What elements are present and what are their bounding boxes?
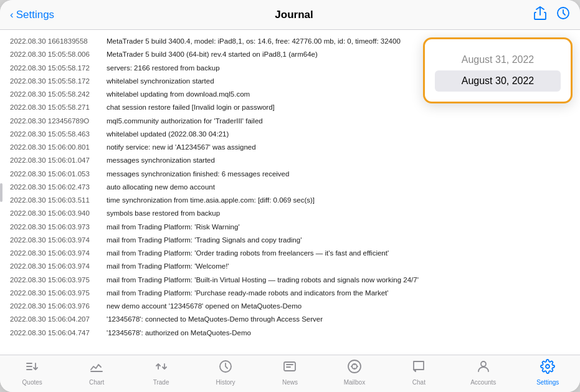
- journal-message: whitelabel updated (2022.08.30 04:21): [107, 129, 570, 140]
- journal-row: 2022.08.30 15:06:03.940symbols base rest…: [0, 207, 580, 220]
- history-icon: [218, 359, 233, 378]
- journal-row: 2022.08.30 15:06:03.975mail from Trading…: [0, 287, 580, 300]
- tab-news[interactable]: News: [271, 359, 308, 386]
- tab-chat-label: Chat: [412, 379, 425, 386]
- journal-message: notify service: new id 'A1234567' was as…: [107, 142, 570, 153]
- tab-history-label: History: [216, 379, 235, 386]
- journal-timestamp: 2022.08.30 15:06:03.511: [10, 195, 107, 206]
- back-label: Settings: [16, 9, 54, 21]
- journal-row: 2022.08.30 15:05:58.463whitelabel update…: [0, 128, 580, 141]
- journal-row: 2022.08.30 15:06:03.975mail from Trading…: [0, 274, 580, 287]
- tab-bar: Quotes Chart Trade: [0, 355, 580, 392]
- trade-icon: [154, 359, 169, 378]
- svg-point-5: [546, 365, 549, 368]
- journal-timestamp: 2022.08.30 15:06:02.473: [10, 182, 107, 193]
- journal-message: messages synchronization finished: 6 mes…: [107, 169, 570, 179]
- journal-message: auto allocating new demo account: [107, 182, 570, 193]
- journal-message: mql5.community authorization for 'Trader…: [107, 116, 570, 127]
- journal-message: new demo account '12345678' opened on Me…: [107, 301, 570, 312]
- journal-timestamp: 2022.08.30 15:05:58.006: [10, 49, 107, 60]
- journal-message: '12345678': authorized on MetaQuotes-Dem…: [107, 328, 570, 338]
- journal-timestamp: 2022.08.30 15:05:58.172: [10, 76, 107, 87]
- settings-icon: [540, 359, 555, 378]
- chevron-left-icon: ‹: [10, 9, 14, 21]
- tab-quotes[interactable]: Quotes: [14, 359, 51, 386]
- journal-message: mail from Trading Platform: 'Trading Sig…: [107, 235, 570, 246]
- header: ‹ Settings Journal: [0, 0, 580, 30]
- journal-timestamp: 2022.08.30 15:06:03.940: [10, 208, 107, 219]
- journal-timestamp: 2022.08.30 15:06:03.975: [10, 275, 107, 285]
- journal-row: 2022.08.30 15:06:03.974mail from Trading…: [0, 260, 580, 273]
- svg-rect-2: [284, 362, 295, 371]
- mailbox-icon: [347, 359, 362, 378]
- share-icon[interactable]: [534, 6, 546, 23]
- journal-row: 2022.08.30 123456789Omql5.community auth…: [0, 115, 580, 128]
- journal-timestamp: 2022.08.30 15:05:58.463: [10, 129, 107, 140]
- tab-settings[interactable]: Settings: [529, 359, 566, 386]
- journal-timestamp: 2022.08.30 1661839558: [10, 36, 107, 47]
- header-actions: [534, 6, 570, 23]
- journal-timestamp: 2022.08.30 15:06:03.974: [10, 235, 107, 246]
- journal-timestamp: 2022.08.30 15:06:01.047: [10, 155, 107, 166]
- journal-timestamp: 2022.08.30 15:05:58.172: [10, 63, 107, 74]
- journal-timestamp: 2022.08.30 15:06:03.973: [10, 222, 107, 232]
- date-picker-overlay: August 31, 2022 August 30, 2022: [423, 37, 573, 103]
- journal-row: 2022.08.30 15:06:01.053messages synchron…: [0, 168, 580, 181]
- back-button[interactable]: ‹ Settings: [10, 9, 54, 21]
- tab-chat[interactable]: Chat: [400, 359, 437, 386]
- journal-timestamp: 2022.08.30 15:06:00.801: [10, 142, 107, 153]
- tab-chart-label: Chart: [89, 379, 104, 386]
- journal-timestamp: 2022.08.30 15:06:01.053: [10, 169, 107, 179]
- journal-row: 2022.08.30 15:06:00.801notify service: n…: [0, 141, 580, 154]
- date-option-aug30[interactable]: August 30, 2022: [435, 70, 561, 92]
- journal-timestamp: 2022.08.30 15:06:03.974: [10, 248, 107, 259]
- chart-icon: [89, 359, 104, 378]
- tab-trade-label: Trade: [153, 379, 169, 386]
- journal-message: mail from Trading Platform: 'Order tradi…: [107, 248, 570, 259]
- app-window: ‹ Settings Journal 2022.08.30 16618: [0, 0, 580, 392]
- journal-timestamp: 2022.08.30 15:05:58.242: [10, 89, 107, 100]
- journal-timestamp: 2022.08.30 15:06:04.207: [10, 314, 107, 325]
- journal-message: time synchronization from time.asia.appl…: [107, 195, 570, 206]
- news-icon: [282, 359, 297, 378]
- scroll-indicator: [0, 183, 2, 202]
- journal-message: '12345678': connected to MetaQuotes-Demo…: [107, 314, 570, 325]
- journal-message: mail from Trading Platform: 'Built-in Vi…: [107, 275, 570, 285]
- tab-accounts-label: Accounts: [470, 379, 496, 386]
- tab-mailbox-label: Mailbox: [344, 379, 365, 386]
- page-title: Journal: [54, 9, 534, 21]
- journal-row: 2022.08.30 15:06:04.747'12345678': autho…: [0, 327, 580, 340]
- journal-row: 2022.08.30 15:06:04.207'12345678': conne…: [0, 313, 580, 326]
- journal-message: messages synchronization started: [107, 155, 570, 166]
- tab-trade[interactable]: Trade: [143, 359, 180, 386]
- journal-row: 2022.08.30 15:06:03.511time synchronizat…: [0, 194, 580, 207]
- journal-timestamp: 2022.08.30 15:06:03.976: [10, 301, 107, 312]
- journal-row: 2022.08.30 15:06:02.473auto allocating n…: [0, 181, 580, 194]
- journal-row: 2022.08.30 15:06:03.976new demo account …: [0, 300, 580, 313]
- journal-message: mail from Trading Platform: 'Welcome!': [107, 261, 570, 272]
- journal-row: 2022.08.30 15:06:01.047messages synchron…: [0, 154, 580, 167]
- main-content: 2022.08.30 1661839558MetaTrader 5 build …: [0, 30, 580, 355]
- chat-icon: [411, 359, 426, 378]
- journal-row: 2022.08.30 15:06:03.974mail from Trading…: [0, 247, 580, 260]
- tab-news-label: News: [282, 379, 298, 386]
- journal-timestamp: 2022.08.30 15:05:58.271: [10, 102, 107, 113]
- tab-quotes-label: Quotes: [22, 379, 42, 386]
- svg-point-4: [481, 361, 486, 366]
- journal-message: mail from Trading Platform: 'Purchase re…: [107, 288, 570, 299]
- tab-mailbox[interactable]: Mailbox: [336, 359, 373, 386]
- journal-message: chat session restore failed [Invalid log…: [107, 102, 570, 113]
- tab-settings-label: Settings: [536, 379, 559, 386]
- journal-row: 2022.08.30 15:06:03.973mail from Trading…: [0, 221, 580, 234]
- quotes-icon: [25, 359, 40, 378]
- journal-row: 2022.08.30 15:06:03.974mail from Trading…: [0, 234, 580, 247]
- clock-icon[interactable]: [556, 6, 570, 23]
- journal-message: mail from Trading Platform: 'Risk Warnin…: [107, 222, 570, 232]
- tab-accounts[interactable]: Accounts: [465, 359, 502, 386]
- journal-message: symbols base restored from backup: [107, 208, 570, 219]
- tab-chart[interactable]: Chart: [78, 359, 115, 386]
- journal-timestamp: 2022.08.30 15:06:04.747: [10, 328, 107, 338]
- journal-timestamp: 2022.08.30 15:06:03.975: [10, 288, 107, 299]
- tab-history[interactable]: History: [207, 359, 244, 386]
- date-option-aug31[interactable]: August 31, 2022: [435, 49, 561, 70]
